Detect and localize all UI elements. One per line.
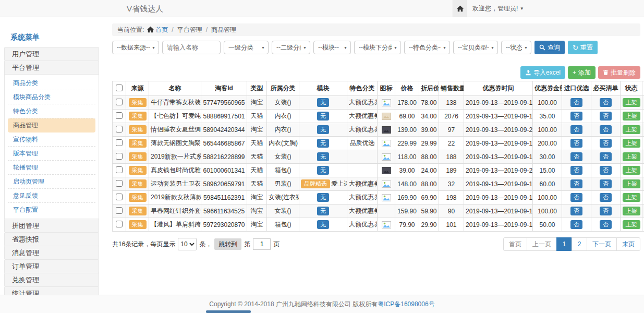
product-name: 薄款无钢圈文胸聚拢性... xyxy=(149,137,201,150)
row-select-cell xyxy=(113,150,126,164)
item-type-select[interactable]: --宝贝类型--▼ xyxy=(453,41,498,54)
data-source-select[interactable]: --数据来源--▼ xyxy=(112,41,159,54)
level2-category-select[interactable]: --二级分类--▼ xyxy=(272,41,310,54)
price: 159.90 xyxy=(395,204,419,218)
search-button[interactable]: 查询 xyxy=(534,41,565,54)
module-select[interactable]: --模块--▼ xyxy=(313,41,351,54)
source-cell: 采集 xyxy=(126,204,149,218)
row-checkbox[interactable] xyxy=(116,207,123,214)
pager-button[interactable]: 2 xyxy=(572,237,587,251)
row-checkbox[interactable] xyxy=(116,153,123,160)
sidebar-subitem[interactable]: 意见反馈 xyxy=(8,189,95,203)
pager-button[interactable]: 下一页 xyxy=(587,237,617,251)
category: 女装(连衣裙) xyxy=(267,191,299,204)
status-badge: 上架 xyxy=(623,98,640,107)
must-buy-badge: 否 xyxy=(600,139,612,148)
sidebar-subitem[interactable]: 启动页管理 xyxy=(8,175,95,189)
module-subcategory-select[interactable]: --模块下分类--▼ xyxy=(354,41,401,54)
product-name: 早春网红针织外套女春... xyxy=(149,204,201,218)
taoke-id: 565446685867 xyxy=(201,137,247,150)
table-row: 采集2019新款女秋薄款...598451162391淘宝女装(连衣裙)无大额优… xyxy=(113,191,644,204)
feature-category-select[interactable]: --特色分类--▼ xyxy=(404,41,450,54)
module-badge: 无 xyxy=(317,193,329,202)
pager-button[interactable]: 1 xyxy=(556,237,572,251)
batch-delete-button[interactable]: 批量删除 xyxy=(598,66,640,79)
row-checkbox[interactable] xyxy=(116,221,123,227)
feature-category: 大额优惠券 xyxy=(347,177,378,191)
source-badge: 采集 xyxy=(129,193,147,202)
per-page-select[interactable]: 10 xyxy=(178,238,197,250)
pager-button[interactable]: 首页 xyxy=(503,237,527,251)
sidebar-subitem[interactable]: 商品管理 xyxy=(8,118,95,133)
row-checkbox[interactable] xyxy=(116,126,123,133)
imported-badge: 否 xyxy=(570,152,582,161)
sidebar-item[interactable]: 平台管理 xyxy=(4,61,99,75)
page-number-input[interactable] xyxy=(253,238,271,250)
status-cell: 上架 xyxy=(621,204,642,218)
shop-type: 淘宝 xyxy=(247,204,267,218)
module-cell: 无 xyxy=(299,137,347,150)
name-input[interactable] xyxy=(162,41,221,54)
breadcrumb-home-link[interactable]: 首页 xyxy=(155,26,168,33)
module-badge: 无 xyxy=(317,152,329,161)
image-icon xyxy=(382,153,391,161)
sidebar-item[interactable]: 订单管理 xyxy=(4,259,99,273)
pager-button[interactable]: 上一页 xyxy=(527,237,557,251)
icon-cell xyxy=(378,177,395,191)
status-cell: 上架 xyxy=(621,191,642,204)
sidebar-subitem[interactable]: 轮播管理 xyxy=(8,161,95,175)
row-checkbox[interactable] xyxy=(116,112,123,119)
select-all-checkbox[interactable] xyxy=(116,85,123,91)
sidebar-subitem[interactable]: 宣传物料 xyxy=(8,133,95,147)
row-checkbox[interactable] xyxy=(116,139,123,146)
icp-link[interactable]: 粤ICP备16098006号 xyxy=(378,300,434,308)
pagination-summary: 共16条记录，每页显示 10 条， 跳转到 第 页 xyxy=(112,238,280,250)
sidebar-item[interactable]: 用户管理 xyxy=(4,47,99,61)
row-select-cell xyxy=(113,96,126,110)
sidebar-subitem[interactable]: 模块商品分类 xyxy=(8,90,95,104)
row-checkbox[interactable] xyxy=(116,194,123,200)
status-badge: 上架 xyxy=(623,166,640,175)
sidebar-item[interactable]: 省惠快报 xyxy=(4,232,99,246)
row-checkbox[interactable] xyxy=(116,99,123,105)
add-button[interactable]: + 添加 xyxy=(568,66,596,79)
reset-button[interactable]: ↻ 重置 xyxy=(568,41,598,54)
sidebar-subitem[interactable]: 商品分类 xyxy=(8,76,95,90)
home-button[interactable] xyxy=(453,0,467,17)
sidebar-subitem[interactable]: 特色分类 xyxy=(8,104,95,118)
table-toolbar: 导入excel + 添加 批量删除 xyxy=(520,66,640,79)
image-icon xyxy=(382,126,391,134)
sidebar-subitem[interactable]: 版本管理 xyxy=(8,147,95,161)
row-checkbox[interactable] xyxy=(116,180,123,187)
add-button-label: 添加 xyxy=(578,68,591,77)
row-checkbox[interactable] xyxy=(116,166,123,173)
sidebar-item[interactable]: 拼团管理 xyxy=(4,219,99,233)
coupon-time: 2019-09-13—2019-09-17 xyxy=(464,96,533,110)
source-badge: 采集 xyxy=(129,152,147,161)
import-excel-button[interactable]: 导入excel xyxy=(520,66,565,79)
level1-category-select[interactable]: 一级分类▼ xyxy=(224,41,269,54)
sidebar-subitem[interactable]: 平台配置 xyxy=(8,203,95,217)
status-select[interactable]: --状态--▼ xyxy=(501,41,531,54)
price: 139.00 xyxy=(395,123,419,137)
discount-price: 24.00 xyxy=(419,164,439,177)
shop-type: 天猫 xyxy=(247,164,267,177)
row-select-cell xyxy=(113,164,126,177)
pager-button[interactable]: 末页 xyxy=(616,237,640,251)
app-title: V省钱达人 xyxy=(127,0,163,17)
category: 内衣() xyxy=(267,110,299,123)
module-label: 爱上运动 xyxy=(331,180,347,187)
module-badge: 无 xyxy=(317,125,329,134)
row-select-cell xyxy=(113,191,126,204)
sidebar-item[interactable]: 消息管理 xyxy=(4,246,99,260)
sidebar-item[interactable]: 兑换管理 xyxy=(4,273,99,287)
price: 69.00 xyxy=(395,110,419,123)
plus-icon: + xyxy=(573,69,576,76)
sales-count: 97 xyxy=(439,123,464,137)
sales-count: 90 xyxy=(439,204,464,218)
taoke-id: 588216228899 xyxy=(201,150,247,164)
chevron-down-icon: ▼ xyxy=(261,46,265,50)
user-menu[interactable]: 欢迎您，管理员! ▼ xyxy=(472,0,524,17)
jump-button[interactable]: 跳转到 xyxy=(214,238,241,250)
horizontal-scrollbar-thumb[interactable] xyxy=(206,310,251,313)
